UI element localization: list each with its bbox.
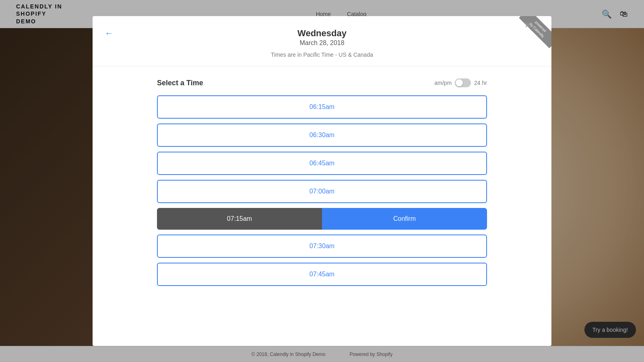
time-slot-0745[interactable]: 07:45am [157, 263, 487, 286]
time-slot-label: 06:45am [310, 160, 334, 167]
time-slot-label: 07:45am [310, 271, 334, 278]
time-format-switch[interactable] [455, 78, 471, 87]
time-format-toggle: am/pm 24 hr [434, 78, 487, 87]
time-slot-0645[interactable]: 06:45am [157, 152, 487, 175]
selected-time-label: 07:15am [227, 215, 252, 222]
confirm-button[interactable]: Confirm [322, 208, 487, 230]
selected-time-row: 07:15am Confirm [157, 208, 487, 230]
time-header: Select a Time am/pm 24 hr [157, 78, 487, 87]
time-slot-0730[interactable]: 07:30am [157, 234, 487, 258]
modal-date: March 28, 2018 [101, 39, 543, 47]
time-slot-0615[interactable]: 06:15am [157, 95, 487, 119]
time-slot-0715-selected[interactable]: 07:15am [157, 208, 322, 230]
modal-body: Select a Time am/pm 24 hr 06:15am 06:3 [93, 66, 551, 346]
powered-label: poweredby Calendly [519, 16, 551, 48]
modal-overlay: poweredby Calendly ✕ ← Wednesday March 2… [0, 0, 644, 362]
calendly-modal: poweredby Calendly ✕ ← Wednesday March 2… [93, 16, 551, 346]
format-ampm-label: am/pm [434, 80, 452, 86]
time-slot-label: 06:30am [310, 132, 334, 138]
time-slot-label: 07:00am [310, 188, 334, 195]
back-button[interactable]: ← [105, 28, 114, 39]
modal-day: Wednesday [101, 28, 543, 39]
select-time-label: Select a Time [157, 79, 203, 87]
time-slot-label: 06:15am [310, 103, 334, 110]
time-slot-0630[interactable]: 06:30am [157, 123, 487, 147]
modal-close-button[interactable]: ✕ [524, 21, 531, 29]
powered-ribbon: poweredby Calendly [519, 16, 551, 48]
toggle-knob [456, 79, 463, 86]
modal-timezone: Times are in Pacific Time - US & Canada [101, 51, 543, 58]
modal-header: Wednesday March 28, 2018 Times are in Pa… [93, 16, 551, 66]
format-24hr-label: 24 hr [474, 80, 487, 86]
time-slot-0700[interactable]: 07:00am [157, 180, 487, 203]
time-slots-list: 06:15am 06:30am 06:45am 07:00am 07: [157, 95, 487, 286]
time-slot-label: 07:30am [310, 243, 334, 249]
